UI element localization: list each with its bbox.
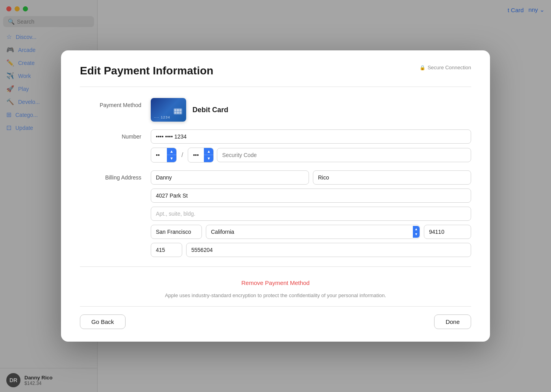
area-code-input[interactable] xyxy=(151,243,182,257)
card-number-dots: ···· 1234 xyxy=(154,115,170,119)
security-code-input[interactable] xyxy=(217,148,471,162)
state-value: California xyxy=(206,225,413,239)
payment-method-display: ···· 1234 Debit Card xyxy=(151,98,471,122)
number-row: Number •• ▲ ▼ / ••• xyxy=(80,129,471,163)
footer-divider xyxy=(80,306,471,307)
city-state-row: California ▲ ▼ xyxy=(151,225,471,239)
modal-title: Edit Payment Information xyxy=(80,65,213,77)
content-divider xyxy=(80,266,471,267)
payment-method-row: Payment Method ···· 1234 xyxy=(80,98,471,122)
first-name-input[interactable] xyxy=(151,170,309,185)
stepper-buttons: ▲ ▼ xyxy=(167,148,176,162)
year-stepper-buttons: ▲ ▼ xyxy=(204,148,213,162)
year-increment-button[interactable]: ▲ xyxy=(204,148,213,155)
last-name-input[interactable] xyxy=(313,170,471,185)
expiry-security-row: •• ▲ ▼ / ••• ▲ ▼ xyxy=(151,148,471,163)
expiry-year-stepper: ••• ▲ ▼ xyxy=(188,148,214,163)
month-decrement-button[interactable]: ▼ xyxy=(167,155,176,162)
modal-footer: Go Back Done xyxy=(80,314,471,329)
expiry-year-value: ••• xyxy=(188,148,204,162)
state-arrows: ▲ ▼ xyxy=(413,226,420,237)
secure-connection: 🔒 Secure Connection xyxy=(420,65,471,70)
billing-address-fields: California ▲ ▼ xyxy=(151,170,471,257)
zip-input[interactable] xyxy=(424,225,471,239)
slash-separator: / xyxy=(180,152,185,159)
secure-connection-label: Secure Connection xyxy=(427,65,471,70)
header-divider xyxy=(80,87,471,87)
modal-overlay: Edit Payment Information 🔒 Secure Connec… xyxy=(0,0,551,392)
card-chip xyxy=(174,108,182,115)
number-fields: •• ▲ ▼ / ••• ▲ ▼ xyxy=(151,129,471,163)
year-decrement-button[interactable]: ▼ xyxy=(204,155,213,162)
edit-payment-modal: Edit Payment Information 🔒 Secure Connec… xyxy=(61,50,490,342)
city-input[interactable] xyxy=(151,225,202,239)
modal-header: Edit Payment Information 🔒 Secure Connec… xyxy=(80,65,471,77)
go-back-button[interactable]: Go Back xyxy=(80,314,126,329)
billing-address-row: Billing Address California ▲ xyxy=(80,170,471,257)
month-increment-button[interactable]: ▲ xyxy=(167,148,176,155)
payment-method-fields: ···· 1234 Debit Card xyxy=(151,98,471,122)
street-address-input[interactable] xyxy=(151,189,471,203)
card-number-input[interactable] xyxy=(151,129,471,144)
done-button[interactable]: Done xyxy=(434,314,471,329)
card-thumbnail: ···· 1234 xyxy=(151,98,186,122)
phone-row xyxy=(151,243,471,257)
privacy-note: Apple uses industry-standard encryption … xyxy=(80,292,471,298)
name-row xyxy=(151,170,471,185)
remove-payment-button[interactable]: Remove Payment Method xyxy=(80,276,471,289)
payment-method-label: Payment Method xyxy=(80,98,151,108)
expiry-month-value: •• xyxy=(151,148,167,162)
expiry-month-stepper: •• ▲ ▼ xyxy=(151,148,177,163)
state-down-arrow: ▼ xyxy=(414,232,418,237)
lock-icon: 🔒 xyxy=(420,65,425,70)
state-select[interactable]: California ▲ ▼ xyxy=(206,225,420,239)
apt-input[interactable] xyxy=(151,207,471,221)
phone-number-input[interactable] xyxy=(186,243,471,257)
billing-address-label: Billing Address xyxy=(80,170,151,181)
number-label: Number xyxy=(80,129,151,140)
card-type-label: Debit Card xyxy=(192,106,228,114)
state-up-arrow: ▲ xyxy=(414,227,418,232)
